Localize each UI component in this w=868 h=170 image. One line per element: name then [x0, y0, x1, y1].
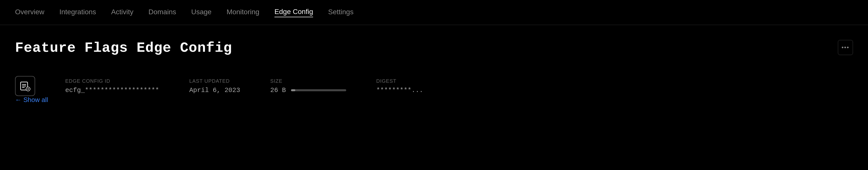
- edge-config-svg-icon: [19, 80, 31, 92]
- edge-config-id-field: EDGE CONFIG ID ecfg_*******************: [65, 78, 159, 94]
- nav-item-usage[interactable]: Usage: [191, 8, 212, 17]
- size-label: SIZE: [270, 78, 346, 84]
- size-progress-bar-fill: [291, 89, 296, 91]
- nav-item-monitoring[interactable]: Monitoring: [226, 8, 259, 17]
- nav-item-edge-config[interactable]: Edge Config: [274, 8, 313, 17]
- last-updated-label: LAST UPDATED: [189, 78, 240, 84]
- nav-item-activity[interactable]: Activity: [111, 8, 133, 17]
- nav-item-domains[interactable]: Domains: [149, 8, 176, 17]
- nav-item-integrations[interactable]: Integrations: [59, 8, 96, 17]
- size-bar-container: 26 B: [270, 86, 346, 94]
- digest-label: DIGEST: [376, 78, 423, 84]
- meta-row: EDGE CONFIG ID ecfg_******************* …: [15, 76, 853, 96]
- page-title: Feature Flags Edge Config: [15, 40, 853, 56]
- nav-item-settings[interactable]: Settings: [328, 8, 353, 17]
- size-field: SIZE 26 B: [270, 78, 346, 94]
- size-value: 26 B: [270, 86, 286, 94]
- digest-field: DIGEST *********...: [376, 78, 423, 94]
- nav-item-overview[interactable]: Overview: [15, 8, 44, 17]
- last-updated-value: April 6, 2023: [189, 86, 240, 94]
- edge-config-id-value: ecfg_*******************: [65, 86, 159, 94]
- main-content: Feature Flags Edge Config ••• EDGE CONFI…: [0, 25, 868, 114]
- show-all-link[interactable]: ← Show all: [15, 96, 48, 103]
- nav-bar: Overview Integrations Activity Domains U…: [0, 0, 868, 25]
- last-updated-field: LAST UPDATED April 6, 2023: [189, 78, 240, 94]
- edge-config-id-label: EDGE CONFIG ID: [65, 78, 159, 84]
- digest-value: *********...: [376, 86, 423, 94]
- more-options-button[interactable]: •••: [838, 40, 853, 55]
- edge-config-icon: [15, 76, 35, 96]
- size-progress-bar-background: [291, 89, 346, 91]
